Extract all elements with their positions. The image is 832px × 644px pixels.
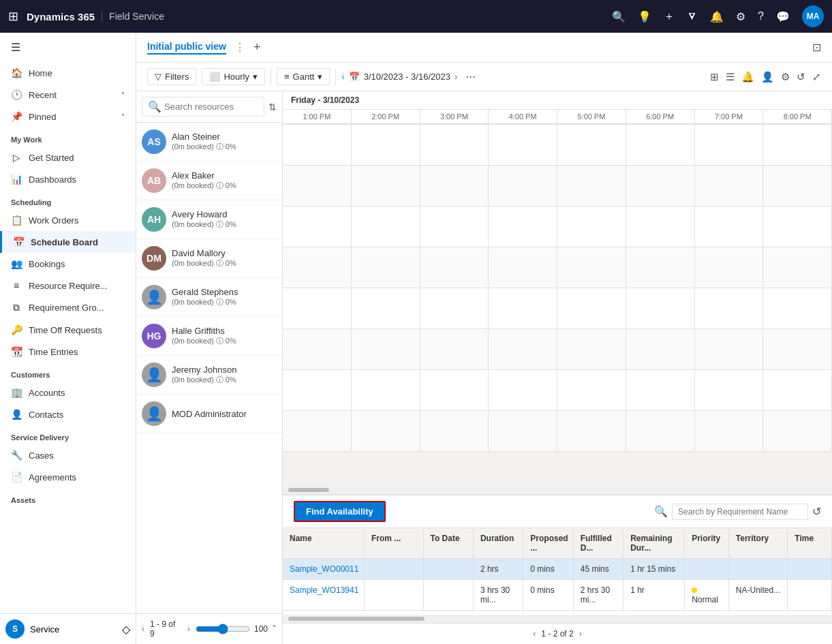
- sidebar-item-resource-requirements[interactable]: ≡ Resource Require...: [0, 275, 136, 296]
- column-header-todate[interactable]: To Date: [424, 528, 474, 558]
- search-icon[interactable]: 🔍: [612, 10, 626, 23]
- filters-label: Filters: [165, 72, 189, 82]
- gantt-scrollbar[interactable]: [283, 486, 832, 494]
- sidebar-item-schedule-board[interactable]: 📅 Schedule Board: [0, 231, 136, 253]
- hourly-button[interactable]: ⬜ Hourly ▾: [202, 68, 265, 85]
- gantt-button[interactable]: ≡ Gantt ▾: [277, 68, 330, 85]
- requirement-link[interactable]: Sample_WO13941: [290, 585, 358, 595]
- resource-item[interactable]: AB Alex Baker (0m booked) ⓘ 0%: [136, 162, 282, 200]
- prev-page-button[interactable]: ‹: [533, 629, 536, 639]
- view-title[interactable]: Initial public view: [147, 41, 226, 55]
- sidebar-item-get-started[interactable]: ▷ Get Started: [0, 147, 136, 168]
- bell-icon[interactable]: 🔔: [710, 10, 724, 23]
- sort-icon[interactable]: ⇅: [268, 102, 277, 112]
- column-header-remaining[interactable]: Remaining Dur...: [623, 528, 685, 558]
- content-area: Initial public view ⋮ + ⊡ ▽ Filters ⬜ Ho…: [136, 33, 832, 644]
- sidebar-item-requirement-groups[interactable]: ⧉ Requirement Gro...: [0, 296, 136, 319]
- prev-page-button[interactable]: ‹: [142, 624, 144, 634]
- lightbulb-icon[interactable]: 💡: [638, 10, 651, 23]
- gantt-cell: [557, 247, 626, 288]
- alerts-icon[interactable]: 🔔: [741, 71, 754, 83]
- sidebar-item-time-off-requests[interactable]: 🔑 Time Off Requests: [0, 319, 136, 341]
- help-icon[interactable]: ?: [758, 10, 764, 22]
- expand-icon[interactable]: ⊡: [812, 41, 821, 54]
- requirement-search-input[interactable]: [672, 504, 808, 520]
- column-header-name[interactable]: Name: [283, 528, 365, 558]
- table-row[interactable]: Sample_WO13941 3 hrs 30 mi... 0 mins 2 h…: [283, 580, 832, 611]
- sidebar-item-accounts[interactable]: 🏢 Accounts: [0, 382, 136, 403]
- sidebar-item-contacts[interactable]: 👤 Contacts: [0, 403, 136, 425]
- requirement-link[interactable]: Sample_WO00011: [290, 564, 358, 574]
- filter-icon[interactable]: ⛛: [687, 10, 698, 22]
- cell-time: [788, 580, 832, 610]
- column-header-territory[interactable]: Territory: [729, 528, 788, 558]
- gantt-cell: [557, 411, 626, 451]
- sidebar-item-recent[interactable]: 🕐 Recent ˅: [0, 84, 136, 106]
- gantt-cell: [489, 125, 557, 165]
- time-slot: 6:00 PM: [626, 110, 695, 123]
- fullscreen-icon[interactable]: ⤢: [812, 71, 821, 83]
- resource-name: Alex Baker: [172, 170, 236, 181]
- column-header-proposed[interactable]: Proposed ...: [523, 528, 573, 558]
- waffle-icon[interactable]: ⊞: [8, 9, 18, 24]
- column-header-time[interactable]: Time: [788, 528, 832, 558]
- cell-priority: [685, 559, 729, 579]
- settings-icon[interactable]: ⚙: [781, 71, 790, 83]
- find-availability-button[interactable]: Find Availability: [294, 501, 386, 522]
- search-input-wrapper[interactable]: 🔍: [142, 97, 264, 117]
- options-icon[interactable]: ⋮: [234, 41, 245, 54]
- sidebar-toggle[interactable]: ☰: [0, 33, 136, 62]
- resource-item[interactable]: HG Halle Griffiths (0m booked) ⓘ 0%: [136, 317, 282, 356]
- resource-item[interactable]: AH Avery Howard (0m booked) ⓘ 0%: [136, 200, 282, 239]
- zoom-slider[interactable]: [196, 624, 250, 634]
- sidebar-item-home[interactable]: 🏠 Home: [0, 62, 136, 84]
- cell-time: [788, 559, 832, 579]
- more-options-icon[interactable]: ···: [463, 70, 478, 84]
- requirement-groups-icon: ⧉: [11, 302, 22, 313]
- list-view-icon[interactable]: ☰: [726, 71, 735, 83]
- sidebar-item-label: Cases: [29, 450, 54, 461]
- pagination-info: 1 - 9 of 9: [150, 619, 182, 639]
- refresh-icon[interactable]: ↺: [797, 71, 805, 83]
- next-page-button[interactable]: ›: [579, 629, 582, 639]
- resource-item[interactable]: 👤 Jeremy Johnson (0m booked) ⓘ 0%: [136, 356, 282, 395]
- bottom-scrollbar[interactable]: [283, 615, 832, 623]
- sidebar-bottom-item[interactable]: S Service ◇: [0, 613, 136, 644]
- settings-icon[interactable]: ⚙: [736, 10, 745, 23]
- board-view-icon[interactable]: ⊞: [710, 71, 719, 83]
- plus-icon[interactable]: ＋: [664, 10, 675, 24]
- sidebar-item-dashboards[interactable]: 📊 Dashboards: [0, 168, 136, 190]
- expand-icon[interactable]: ˅: [272, 624, 277, 634]
- resource-item[interactable]: DM David Mallory (0m booked) ⓘ 0%: [136, 239, 282, 278]
- people-icon[interactable]: 👤: [761, 71, 774, 83]
- sidebar-item-time-entries[interactable]: 📆 Time Entries: [0, 341, 136, 363]
- avatar[interactable]: MA: [802, 5, 824, 27]
- column-header-from[interactable]: From ...: [365, 528, 424, 558]
- resource-item[interactable]: 👤 Gerald Stephens (0m booked) ⓘ 0%: [136, 278, 282, 317]
- search-resources-input[interactable]: [164, 102, 258, 112]
- sidebar-item-bookings[interactable]: 👥 Bookings: [0, 253, 136, 275]
- cell-duration: 2 hrs: [474, 559, 523, 579]
- gantt-cell: [626, 329, 695, 369]
- refresh-icon[interactable]: ↺: [812, 505, 821, 518]
- next-page-button[interactable]: ›: [187, 624, 190, 634]
- add-view-button[interactable]: +: [253, 40, 261, 55]
- filters-button[interactable]: ▽ Filters: [147, 68, 196, 85]
- chat-icon[interactable]: 💬: [776, 10, 790, 23]
- next-date-button[interactable]: ›: [454, 72, 457, 82]
- sidebar-item-pinned[interactable]: 📌 Pinned ˅: [0, 106, 136, 127]
- sidebar-item-cases[interactable]: 🔧 Cases: [0, 444, 136, 466]
- prev-date-button[interactable]: ‹: [341, 72, 344, 82]
- column-header-duration[interactable]: Duration: [474, 528, 523, 558]
- time-slot: 7:00 PM: [695, 110, 764, 123]
- service-label: Service: [30, 624, 59, 634]
- column-header-fulfilled[interactable]: Fulfilled D...: [574, 528, 623, 558]
- sidebar-item-agreements[interactable]: 📄 Agreements: [0, 466, 136, 488]
- top-nav-icons: 🔍 💡 ＋ ⛛ 🔔 ⚙ ? 💬 MA: [612, 5, 824, 27]
- gantt-row: [283, 411, 832, 452]
- table-row[interactable]: Sample_WO00011 2 hrs 0 mins 45 mins 1 hr…: [283, 559, 832, 580]
- sidebar-item-work-orders[interactable]: 📋 Work Orders: [0, 209, 136, 231]
- resource-item[interactable]: 👤 MOD Administrator: [136, 395, 282, 433]
- column-header-priority[interactable]: Priority: [685, 528, 729, 558]
- resource-item[interactable]: AS Alan Steiner (0m booked) ⓘ 0%: [136, 123, 282, 162]
